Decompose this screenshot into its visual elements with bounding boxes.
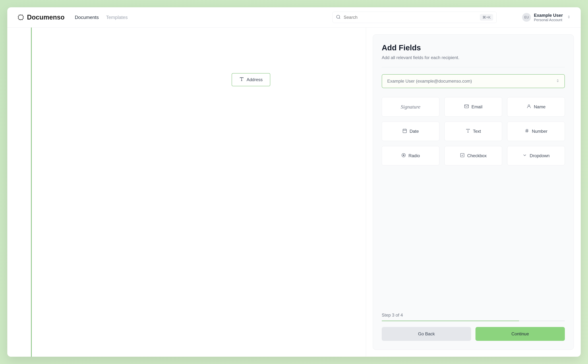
svg-point-0 — [336, 15, 340, 18]
svg-point-5 — [528, 105, 530, 106]
user-text: Example User Personal Account — [534, 13, 563, 22]
field-label: Checkbox — [467, 153, 487, 158]
mail-icon — [464, 104, 469, 110]
field-label: Date — [410, 129, 419, 134]
svg-rect-6 — [403, 129, 407, 133]
search-icon — [336, 15, 341, 20]
step-indicator: Step 3 of 4 — [382, 312, 565, 318]
placed-field-address[interactable]: Address — [232, 73, 270, 86]
field-label: Text — [473, 129, 481, 134]
svg-point-17 — [403, 155, 404, 156]
type-icon — [239, 77, 244, 83]
field-label: Radio — [408, 153, 420, 158]
field-checkbox[interactable]: Checkbox — [445, 146, 502, 165]
user-menu[interactable]: EU Example User Personal Account — [522, 13, 570, 22]
main-content: Address Add Fields Add all relevant fiel… — [7, 27, 581, 357]
type-icon — [466, 128, 470, 134]
search-shortcut: ⌘+K — [480, 14, 493, 21]
main-nav: Documents Templates — [75, 15, 128, 20]
sidebar: Add Fields Add all relevant fields for e… — [373, 27, 581, 357]
panel-subtitle: Add all relevant fields for each recipie… — [382, 55, 565, 67]
checkbox-icon — [460, 153, 465, 159]
user-account: Personal Account — [534, 18, 563, 22]
svg-line-1 — [339, 18, 340, 19]
field-dropdown[interactable]: Dropdown — [507, 146, 565, 165]
chevron-down-icon — [522, 153, 527, 159]
document-canvas[interactable]: Address — [31, 27, 366, 357]
field-label: Dropdown — [530, 153, 549, 158]
field-name[interactable]: Name — [507, 97, 565, 117]
field-signature[interactable]: Signature — [382, 97, 439, 117]
go-back-button[interactable]: Go Back — [382, 327, 471, 341]
user-icon — [527, 104, 531, 110]
search-input[interactable] — [344, 15, 480, 20]
field-label: Number — [532, 129, 547, 134]
app-window: Documenso Documents Templates ⌘+K EU Exa… — [7, 7, 581, 357]
document-area: Address — [7, 27, 373, 357]
logo[interactable]: Documenso — [18, 13, 65, 21]
recipient-select[interactable]: Example User (example@documenso.com) — [382, 74, 565, 88]
calendar-icon — [402, 128, 407, 134]
progress-bar — [382, 321, 565, 321]
search-bar[interactable]: ⌘+K — [332, 12, 497, 23]
fields-grid: Signature Email Name — [382, 97, 565, 165]
hash-icon — [524, 128, 529, 134]
avatar: EU — [522, 13, 531, 22]
field-label: Email — [472, 104, 482, 110]
user-name: Example User — [534, 13, 563, 18]
nav-documents[interactable]: Documents — [75, 15, 99, 20]
sidebar-panel: Add Fields Add all relevant fields for e… — [373, 34, 574, 350]
field-label: Name — [534, 104, 545, 110]
recipient-label: Example User (example@documenso.com) — [387, 78, 472, 84]
placed-field-label: Address — [246, 77, 263, 82]
radio-icon — [401, 153, 406, 159]
logo-text: Documenso — [27, 13, 65, 21]
signature-label: Signature — [401, 104, 420, 110]
progress-fill — [382, 321, 519, 321]
button-row: Go Back Continue — [382, 327, 565, 341]
chevron-updown-icon — [556, 79, 559, 83]
field-radio[interactable]: Radio — [382, 146, 439, 165]
chevron-updown-icon — [567, 15, 570, 19]
logo-icon — [18, 14, 24, 21]
nav-templates[interactable]: Templates — [106, 15, 128, 20]
field-date[interactable]: Date — [382, 122, 439, 141]
continue-button[interactable]: Continue — [475, 327, 565, 341]
svg-rect-18 — [460, 153, 464, 157]
field-text[interactable]: Text — [445, 122, 502, 141]
panel-title: Add Fields — [382, 43, 565, 52]
field-email[interactable]: Email — [445, 97, 502, 117]
svg-line-15 — [527, 129, 528, 133]
field-number[interactable]: Number — [507, 122, 565, 141]
app-header: Documenso Documents Templates ⌘+K EU Exa… — [7, 7, 581, 27]
svg-line-14 — [526, 129, 527, 133]
